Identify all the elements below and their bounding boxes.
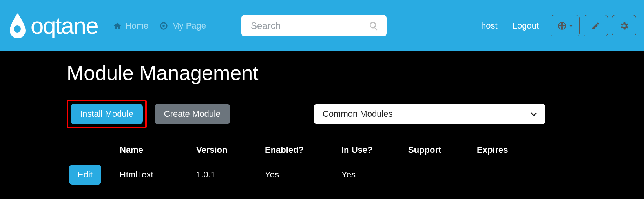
th-support: Support [408,145,477,155]
install-module-button[interactable]: Install Module [71,104,143,124]
edit-button[interactable]: Edit [69,165,101,185]
highlight-box: Install Module [67,100,147,128]
edit-page-button[interactable] [584,15,608,36]
nav-home-label: Home [126,21,149,31]
home-icon [113,22,122,30]
module-table: Name Version Enabled? In Use? Support Ex… [67,139,545,185]
target-icon [159,22,168,30]
search-icon[interactable] [369,21,379,31]
nav-mypage-label: My Page [172,21,206,31]
droplet-icon [8,12,27,40]
caret-down-icon [569,24,573,28]
th-inuse: In Use? [341,145,408,155]
settings-button[interactable] [612,15,636,36]
table-row: Edit HtmlText 1.0.1 Yes Yes [67,164,545,185]
search-wrap [241,15,387,36]
cell-name: HtmlText [120,170,196,180]
nav-mypage[interactable]: My Page [159,21,206,31]
chevron-down-icon [530,110,538,118]
create-module-button[interactable]: Create Module [155,104,230,124]
th-version: Version [196,145,265,155]
icon-buttons [551,15,636,36]
cell-inuse: Yes [341,170,408,180]
nav-home[interactable]: Home [113,21,149,31]
th-expires: Expires [477,145,545,155]
pencil-icon [591,21,600,31]
svg-point-1 [162,25,165,27]
globe-icon [557,21,567,31]
user-links: host Logout [481,21,539,31]
filter-select-wrap: Common Modules [314,104,545,124]
search-input[interactable] [241,15,387,36]
nav-links: Home My Page [113,21,206,31]
page-title: Module Management [67,61,644,85]
content: Module Management Install Module Create … [0,51,644,185]
filter-select-value: Common Modules [323,109,393,119]
logo[interactable]: oqtane [8,12,98,40]
user-link[interactable]: host [481,21,498,31]
cell-enabled: Yes [265,170,341,180]
logout-link[interactable]: Logout [513,21,539,31]
action-row: Install Module Create Module Common Modu… [67,100,545,128]
table-header-row: Name Version Enabled? In Use? Support Ex… [67,139,545,161]
filter-select[interactable]: Common Modules [314,104,545,124]
language-button[interactable] [551,15,580,36]
th-enabled: Enabled? [265,145,341,155]
divider [67,92,545,92]
gear-icon [619,21,629,31]
header-bar: oqtane Home My Page host Logout [0,0,644,51]
th-name: Name [120,145,196,155]
cell-version: 1.0.1 [196,170,265,180]
logo-text: oqtane [31,14,98,38]
